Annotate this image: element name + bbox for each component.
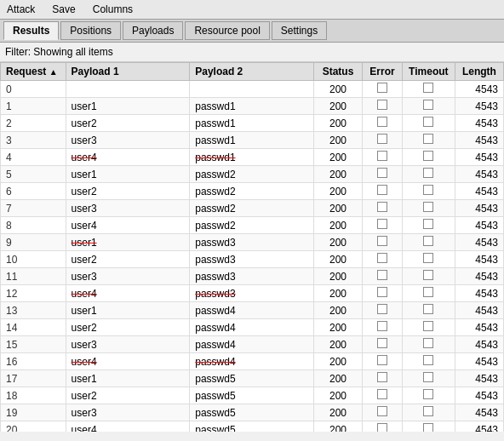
error-checkbox[interactable] [377,100,387,110]
cell-payload1: user3 [66,404,190,421]
tab-positions[interactable]: Positions [60,21,121,40]
cell-status: 200 [313,81,362,98]
table-row[interactable]: 9user1passwd32004543 [1,234,504,251]
cell-payload2: passwd1 [190,149,314,166]
tab-results[interactable]: Results [3,21,59,40]
cell-length: 4543 [455,421,503,432]
table-row[interactable]: 02004543 [1,81,504,98]
error-checkbox[interactable] [377,83,387,93]
table-row[interactable]: 10user2passwd32004543 [1,251,504,268]
error-checkbox[interactable] [377,355,387,365]
error-checkbox[interactable] [377,423,387,432]
error-checkbox[interactable] [377,253,387,263]
cell-payload2: passwd2 [190,200,314,217]
timeout-checkbox[interactable] [423,117,433,127]
cell-length: 4543 [455,353,503,370]
error-checkbox[interactable] [377,270,387,280]
error-checkbox[interactable] [377,338,387,348]
timeout-checkbox[interactable] [423,304,433,314]
timeout-checkbox[interactable] [423,287,433,297]
cell-error [363,421,403,432]
error-checkbox[interactable] [377,219,387,229]
table-row[interactable]: 8user4passwd22004543 [1,217,504,234]
tab-payloads[interactable]: Payloads [123,21,183,40]
timeout-checkbox[interactable] [423,270,433,280]
timeout-checkbox[interactable] [423,372,433,382]
error-checkbox[interactable] [377,321,387,331]
table-row[interactable]: 18user2passwd52004543 [1,387,504,404]
error-checkbox[interactable] [377,372,387,382]
error-checkbox[interactable] [377,389,387,399]
error-checkbox[interactable] [377,287,387,297]
table-row[interactable]: 15user3passwd42004543 [1,336,504,353]
table-row[interactable]: 1user1passwd12004543 [1,98,504,115]
tab-settings[interactable]: Settings [272,21,327,40]
error-checkbox[interactable] [377,117,387,127]
table-row[interactable]: 5user1passwd22004543 [1,166,504,183]
col-header-request[interactable]: Request ▲ [1,63,66,81]
cell-status: 200 [313,336,362,353]
cell-payload1 [66,81,190,98]
cell-error [363,132,403,149]
table-row[interactable]: 4user4passwd12004543 [1,149,504,166]
cell-request: 4 [1,149,66,166]
timeout-checkbox[interactable] [423,236,433,246]
timeout-checkbox[interactable] [423,185,433,195]
tab-resource-pool[interactable]: Resource pool [185,21,269,40]
cell-error [363,353,403,370]
table-row[interactable]: 20user4passwd52004543 [1,421,504,432]
table-row[interactable]: 14user2passwd42004543 [1,319,504,336]
error-checkbox[interactable] [377,236,387,246]
col-header-length: Length [455,63,503,81]
table-row[interactable]: 6user2passwd22004543 [1,183,504,200]
timeout-checkbox[interactable] [423,168,433,178]
timeout-checkbox[interactable] [423,151,433,161]
cell-payload1: user2 [66,387,190,404]
timeout-checkbox[interactable] [423,219,433,229]
table-row[interactable]: 13user1passwd42004543 [1,302,504,319]
timeout-checkbox[interactable] [423,338,433,348]
cell-status: 200 [313,302,362,319]
error-checkbox[interactable] [377,134,387,144]
timeout-checkbox[interactable] [423,423,433,432]
timeout-checkbox[interactable] [423,355,433,365]
col-header-error: Error [363,63,403,81]
timeout-checkbox[interactable] [423,406,433,416]
menu-columns[interactable]: Columns [89,2,136,17]
timeout-checkbox[interactable] [423,202,433,212]
error-checkbox[interactable] [377,406,387,416]
menu-save[interactable]: Save [49,2,78,17]
menu-attack[interactable]: Attack [3,2,38,17]
cell-length: 4543 [455,319,503,336]
table-row[interactable]: 17user1passwd52004543 [1,370,504,387]
cell-payload2: passwd4 [190,336,314,353]
cell-length: 4543 [455,98,503,115]
cell-error [363,115,403,132]
cell-request: 10 [1,251,66,268]
timeout-checkbox[interactable] [423,100,433,110]
cell-request: 7 [1,200,66,217]
timeout-checkbox[interactable] [423,83,433,93]
cell-timeout [402,149,455,166]
table-row[interactable]: 11user3passwd32004543 [1,268,504,285]
table-row[interactable]: 16user4passwd42004543 [1,353,504,370]
cell-status: 200 [313,217,362,234]
cell-request: 2 [1,115,66,132]
error-checkbox[interactable] [377,304,387,314]
error-checkbox[interactable] [377,151,387,161]
table-row[interactable]: 7user3passwd22004543 [1,200,504,217]
error-checkbox[interactable] [377,185,387,195]
cell-error [363,387,403,404]
timeout-checkbox[interactable] [423,389,433,399]
table-row[interactable]: 12user4passwd32004543 [1,285,504,302]
error-checkbox[interactable] [377,168,387,178]
timeout-checkbox[interactable] [423,321,433,331]
cell-payload2: passwd1 [190,132,314,149]
timeout-checkbox[interactable] [423,134,433,144]
cell-length: 4543 [455,132,503,149]
table-row[interactable]: 3user3passwd12004543 [1,132,504,149]
table-row[interactable]: 2user2passwd12004543 [1,115,504,132]
timeout-checkbox[interactable] [423,253,433,263]
error-checkbox[interactable] [377,202,387,212]
table-row[interactable]: 19user3passwd52004543 [1,404,504,421]
